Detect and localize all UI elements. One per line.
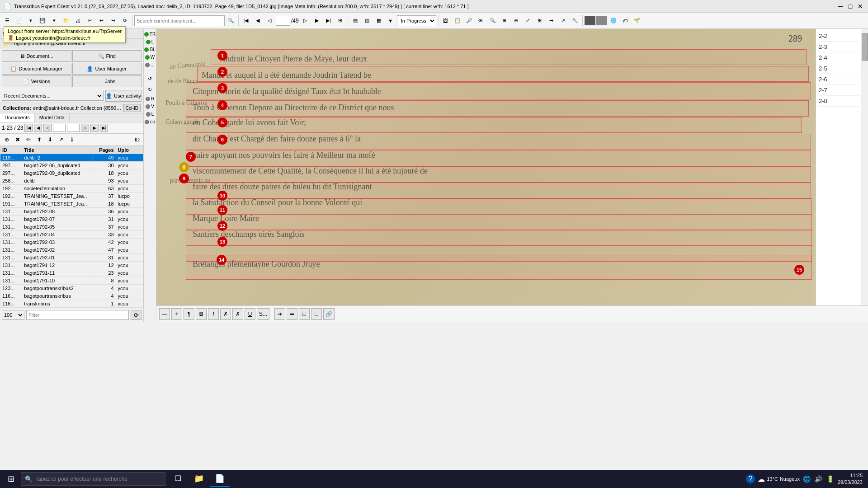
table-row[interactable]: 297... bagot1792-06_duplicated 30 ycou: [0, 162, 143, 169]
search-button[interactable]: 🔍: [226, 14, 236, 27]
clock[interactable]: 11:25 29/03/2023: [838, 472, 863, 486]
bt-bold[interactable]: B: [196, 308, 207, 320]
bt-underline[interactable]: U: [245, 308, 255, 320]
toolbar-ocr-2[interactable]: 🔍: [487, 14, 498, 27]
table-row[interactable]: 116... bagotpourtranskribus 4 ycou: [0, 292, 143, 300]
upload-icon[interactable]: ⬆: [34, 135, 44, 145]
toolbar-ocr-1[interactable]: 👁: [476, 14, 486, 27]
table-row[interactable]: 131... bagot1792-02 47 ycou: [0, 246, 143, 254]
scrollbar-thumb[interactable]: [862, 33, 868, 61]
bt-arrow-right[interactable]: ➔: [274, 308, 285, 320]
toolbar-extra-1[interactable]: ▤: [350, 14, 361, 27]
zoom-select[interactable]: 100: [2, 310, 24, 320]
toolbar-btn-3[interactable]: 💾: [37, 14, 48, 27]
toolbar-extra-5[interactable]: ⊞: [534, 14, 545, 27]
toolbar-btn-4[interactable]: ▾: [49, 14, 60, 27]
bt-x2[interactable]: ✗: [232, 308, 243, 320]
side-rotate-left[interactable]: ↺: [145, 74, 155, 84]
find-button[interactable]: 🔍 Find: [72, 50, 142, 62]
toolbar-zoom-fit[interactable]: ⤢: [523, 14, 533, 27]
table-row[interactable]: 131... bagot1791-10 8 ycou: [0, 277, 143, 285]
table-row[interactable]: 131... bagot1792-07 31 ycou: [0, 216, 143, 223]
bt-para[interactable]: ¶: [184, 308, 194, 320]
table-row[interactable]: 116... transkribrus 1 ycou: [0, 300, 143, 308]
prev-page-button[interactable]: ◀: [252, 14, 263, 27]
table-row[interactable]: 131... bagot1791-12 12 ycou: [0, 262, 143, 269]
prev-btn2[interactable]: ◁: [264, 14, 275, 27]
toolbar-img-3[interactable]: 🔎: [464, 14, 475, 27]
toolbar-color-1[interactable]: [585, 16, 595, 25]
filter-input[interactable]: [26, 310, 129, 320]
table-row[interactable]: 192... societed'emulation 63 ycou: [0, 185, 143, 192]
right-scrollbar[interactable]: [861, 29, 868, 305]
table-row[interactable]: 131... bagot1792-05 37 ycou: [0, 223, 143, 231]
delete-doc-icon[interactable]: ✖: [13, 135, 23, 145]
first-page-button[interactable]: |◀: [241, 14, 251, 27]
toolbar-zoom-out[interactable]: ⊖: [511, 14, 522, 27]
last-doc-button[interactable]: ▶|: [100, 124, 108, 132]
last-page-button[interactable]: ▶|: [323, 14, 334, 27]
search-input[interactable]: [134, 15, 225, 26]
taskbar-app-taskview[interactable]: ❏: [168, 471, 188, 487]
toolbar-btn-6[interactable]: 🖨: [72, 14, 83, 27]
logout-user-button[interactable]: 🚪 Logout ycoutentin@saint-brieuc.fr: [8, 35, 122, 41]
user-activity-button[interactable]: 👤 User activity: [105, 90, 142, 102]
manuscript-image[interactable]: Androit le Citoyen Pierre de Maye, leur …: [156, 29, 816, 305]
toolbar-extra-8[interactable]: 🔧: [570, 14, 580, 27]
toolbar-color-2[interactable]: [596, 16, 607, 25]
toolbar-img-1[interactable]: 🖼: [440, 14, 451, 27]
layout-btn[interactable]: ⊞: [335, 14, 346, 27]
bt-box1[interactable]: □: [299, 308, 310, 320]
col-pages-th[interactable]: Pages: [93, 146, 116, 154]
status-dropdown[interactable]: In Progress: [397, 15, 436, 26]
first-doc-button[interactable]: |◀: [24, 124, 33, 132]
add-doc-icon[interactable]: ⊕: [2, 135, 12, 145]
table-row[interactable]: 131... bagot1792-08 36 ycou: [0, 208, 143, 216]
table-row[interactable]: 131... bagot1792-03 42 ycou: [0, 239, 143, 246]
recent-documents-dropdown[interactable]: Recent Documents...: [2, 91, 104, 101]
table-row[interactable]: 119... delib_2 49 ycou: [0, 154, 143, 162]
taskbar-volume-icon[interactable]: 🔊: [814, 474, 823, 483]
toolbar-extra-2[interactable]: ▥: [362, 14, 373, 27]
next-doc-btn2[interactable]: ▷: [81, 124, 89, 132]
user-manager-button[interactable]: 👤 User Manager: [72, 63, 142, 75]
table-row[interactable]: 258... delib 93 ycou: [0, 177, 143, 185]
toolbar-extra-6[interactable]: ➡: [546, 14, 557, 27]
table-row[interactable]: 131... bagot1792-04 33 ycou: [0, 231, 143, 239]
col-uplo-th[interactable]: Uplo: [116, 146, 143, 154]
taskbar-search[interactable]: 🔍 Tapez ici pour effectuer une recherche: [21, 472, 165, 486]
bt-plus[interactable]: +: [171, 308, 182, 320]
bt-minus[interactable]: —: [159, 308, 170, 320]
doc-page-input2[interactable]: 1: [67, 124, 80, 132]
side-rotate-right[interactable]: ↻: [145, 84, 155, 94]
page-input[interactable]: 49: [276, 16, 290, 26]
toolbar-extra-10[interactable]: 🏷: [620, 14, 631, 27]
col-id-th[interactable]: ID: [0, 146, 22, 154]
download-icon[interactable]: ⬇: [45, 135, 55, 145]
tab-model-data[interactable]: Model Data: [35, 113, 70, 122]
close-button[interactable]: ✕: [856, 2, 864, 10]
taskbar-battery-icon[interactable]: 🔋: [826, 474, 835, 483]
refresh-button[interactable]: ⟳: [131, 310, 142, 320]
toolbar-img-2[interactable]: 📋: [452, 14, 463, 27]
prev-doc-btn2[interactable]: ◁: [43, 124, 52, 132]
taskbar-help-icon[interactable]: ?: [746, 474, 755, 483]
next-doc-button[interactable]: ▶: [90, 124, 99, 132]
new-button[interactable]: 📄: [14, 14, 24, 27]
info-icon[interactable]: ℹ: [67, 135, 77, 145]
toolbar-extra-4[interactable]: ▼: [385, 14, 396, 27]
toolbar-extra-11[interactable]: 🌱: [632, 14, 642, 27]
taskbar-app-transkribus[interactable]: 📄: [210, 471, 230, 487]
table-row[interactable]: 123... bagotpourtranskribus2 4 ycou: [0, 285, 143, 292]
table-row[interactable]: 192... TRAINING_TESTSET_Jean-Loui... 37 …: [0, 192, 143, 200]
taskbar-app-explorer[interactable]: 📁: [189, 471, 209, 487]
table-row[interactable]: 297... bagot1792-09_duplicated 18 ycou: [0, 169, 143, 177]
doc-page-input1[interactable]: 1: [53, 124, 66, 132]
bt-arrow-left[interactable]: ⬅: [287, 308, 297, 320]
table-row[interactable]: 131... bagot1792-01 31 ycou: [0, 254, 143, 262]
toolbar-btn-5[interactable]: 📁: [61, 14, 71, 27]
prev-doc-button[interactable]: ◀: [34, 124, 42, 132]
toolbar-extra-9[interactable]: 🌐: [608, 14, 619, 27]
bt-link[interactable]: 🔗: [323, 308, 335, 320]
col-title-th[interactable]: Title: [22, 146, 93, 154]
